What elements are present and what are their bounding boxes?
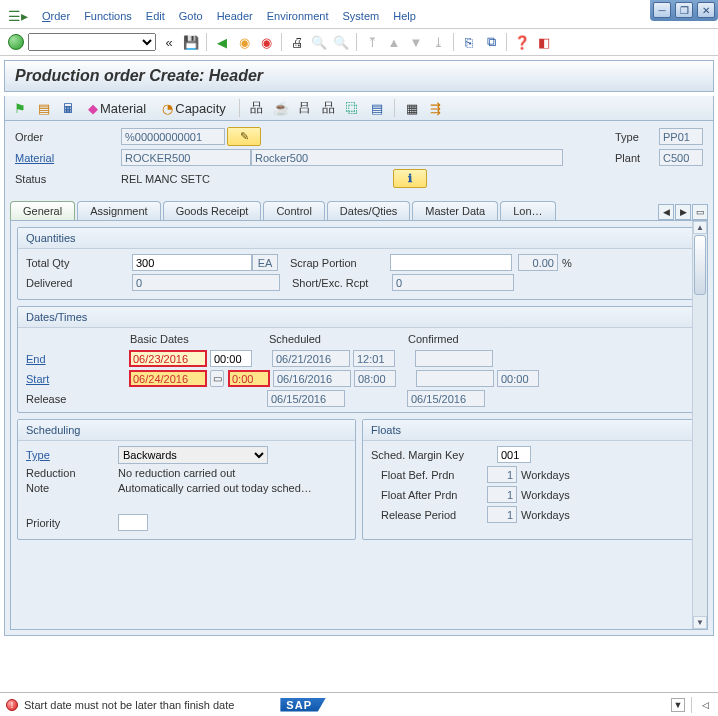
short-field [392, 274, 514, 291]
app-body: Order ✎ Type Material Plant Status REL M… [4, 121, 714, 636]
start-sched-date [273, 370, 351, 387]
layout-icon[interactable]: ◧ [535, 33, 553, 51]
type-label: Type [615, 131, 659, 143]
minimize-button[interactable]: ─ [653, 2, 671, 18]
new-session-icon[interactable]: ⎘ [460, 33, 478, 51]
command-field[interactable] [28, 33, 156, 51]
priority-label: Priority [26, 517, 118, 529]
group-scheduling-title: Scheduling [18, 420, 355, 441]
sched-type-label[interactable]: Type [26, 449, 118, 461]
start-conf-time [497, 370, 539, 387]
float-bef-unit: Workdays [521, 469, 570, 481]
material-desc-field [251, 149, 563, 166]
scroll-down-icon[interactable]: ▼ [693, 616, 707, 629]
group-dates-title: Dates/Times [18, 307, 700, 328]
print-icon[interactable]: 🖨 [288, 33, 306, 51]
menu-system[interactable]: System [343, 10, 380, 22]
restore-button[interactable]: ❐ [675, 2, 693, 18]
menu-goto[interactable]: Goto [179, 10, 203, 22]
end-basic-time[interactable] [210, 350, 252, 367]
op-icon-4[interactable]: 品 [320, 99, 338, 117]
back-icon[interactable]: ◀ [213, 33, 231, 51]
float-bef-label: Float Bef. Prdn [371, 469, 487, 481]
date-picker-icon[interactable]: ▭ [210, 370, 224, 387]
exit-icon[interactable]: ◉ [235, 33, 253, 51]
window-controls: ─ ❐ ✕ [650, 0, 718, 21]
save-icon[interactable]: 💾 [182, 33, 200, 51]
scrap-field[interactable] [390, 254, 512, 271]
tab-list[interactable]: ▭ [692, 204, 708, 220]
group-floats-title: Floats [363, 420, 700, 441]
prev-page-icon: ▲ [385, 33, 403, 51]
enter-button[interactable] [8, 34, 24, 50]
start-sched-time [354, 370, 396, 387]
start-basic-date[interactable] [129, 370, 207, 387]
reduction-value: No reduction carried out [118, 467, 235, 479]
shortcut-icon[interactable]: ⧉ [482, 33, 500, 51]
float-aft-label: Float After Prdn [371, 489, 487, 501]
find-next-icon: 🔍 [332, 33, 350, 51]
hier-icon[interactable]: ⇶ [427, 99, 445, 117]
tab-general[interactable]: General [10, 201, 75, 220]
history-back-icon[interactable]: « [160, 33, 178, 51]
statusbar: ! Start date must not be later than fini… [0, 692, 718, 716]
menu-functions[interactable]: Functions [84, 10, 132, 22]
tab-long-text[interactable]: Lon… [500, 201, 555, 220]
margin-key-field[interactable] [497, 446, 531, 463]
release-period-field [487, 506, 517, 523]
capacity-button[interactable]: ◔Capacity [157, 99, 231, 117]
op-icon-3[interactable]: 吕 [296, 99, 314, 117]
menu-app-icon[interactable]: ☰▸ [8, 8, 28, 24]
scrap-label: Scrap Portion [290, 257, 390, 269]
menu-order[interactable]: Order [42, 10, 70, 22]
tab-scroll-left[interactable]: ◀ [658, 204, 674, 220]
menu-help[interactable]: Help [393, 10, 416, 22]
col-conf: Confirmed [408, 333, 543, 345]
material-label-link[interactable]: Material [15, 152, 121, 164]
doc-icon[interactable]: ▤ [35, 99, 53, 117]
tab-assignment[interactable]: Assignment [77, 201, 160, 220]
flag-icon[interactable]: ⚑ [11, 99, 29, 117]
calc-icon[interactable]: 🖩 [59, 99, 77, 117]
priority-field[interactable] [118, 514, 148, 531]
end-label[interactable]: End [26, 353, 126, 365]
status-info-button[interactable]: ℹ [393, 169, 427, 188]
end-basic-date[interactable] [129, 350, 207, 367]
tab-dates-qties[interactable]: Dates/Qties [327, 201, 410, 220]
tab-goods-receipt[interactable]: Goods Receipt [163, 201, 262, 220]
tab-scroll-right[interactable]: ▶ [675, 204, 691, 220]
scrap-pct-field [518, 254, 558, 271]
list-icon[interactable]: ▤ [368, 99, 386, 117]
op-icon-1[interactable]: 品 [248, 99, 266, 117]
status-expand-icon[interactable]: ▼ [671, 698, 685, 712]
sched-type-combo[interactable]: Backwards [118, 446, 268, 464]
group-scheduling: Scheduling Type Backwards Reduction No r… [17, 419, 356, 540]
menu-header[interactable]: Header [217, 10, 253, 22]
status-next-icon[interactable]: ◁ [698, 698, 712, 712]
order-edit-button[interactable]: ✎ [227, 127, 261, 146]
op-icon-2[interactable]: ☕ [272, 99, 290, 117]
help-icon[interactable]: ❓ [513, 33, 531, 51]
scroll-thumb[interactable] [694, 235, 706, 295]
scroll-up-icon[interactable]: ▲ [693, 221, 707, 234]
menu-environment[interactable]: Environment [267, 10, 329, 22]
group-quantities: Quantities Total Qty Scrap Portion % Del… [17, 227, 701, 300]
material-button[interactable]: ◆Material [83, 99, 151, 117]
tab-master-data[interactable]: Master Data [412, 201, 498, 220]
close-button[interactable]: ✕ [697, 2, 715, 18]
vertical-scrollbar[interactable]: ▲ ▼ [692, 221, 707, 629]
release-label: Release [26, 393, 126, 405]
grid-icon[interactable]: ▦ [403, 99, 421, 117]
end-sched-time [353, 350, 395, 367]
float-bef-field [487, 466, 517, 483]
total-qty-field[interactable] [132, 254, 252, 271]
docs-icon[interactable]: ⿻ [344, 99, 362, 117]
status-label: Status [15, 173, 121, 185]
menu-edit[interactable]: Edit [146, 10, 165, 22]
start-label[interactable]: Start [26, 373, 126, 385]
cancel-icon[interactable]: ◉ [257, 33, 275, 51]
release-sched-date [267, 390, 345, 407]
page-title: Production order Create: Header [4, 60, 714, 92]
tab-control[interactable]: Control [263, 201, 324, 220]
start-basic-time[interactable] [228, 370, 270, 387]
